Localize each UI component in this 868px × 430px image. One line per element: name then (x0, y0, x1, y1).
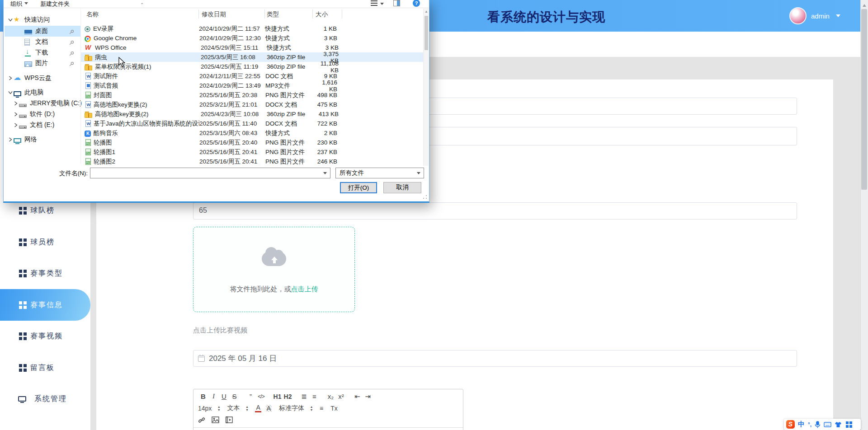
caret-down-icon[interactable] (836, 14, 840, 19)
subscript-button[interactable]: x₂ (326, 393, 336, 400)
file-list-scrollbar[interactable]: ▲ (423, 9, 429, 166)
chevron-right-icon[interactable] (13, 123, 19, 127)
sidebar-item-4[interactable]: 赛事视频 (0, 320, 90, 352)
tree-item-3[interactable]: 下载 (5, 47, 80, 58)
upload-dropzone[interactable]: 将文件拖到此处，或点击上传 (193, 227, 355, 312)
highlight-color-button[interactable]: A (266, 405, 272, 412)
font-family-select[interactable]: 标准字体 (279, 404, 312, 412)
tree-item-2[interactable]: 文档 (5, 37, 80, 47)
preview-pane-icon[interactable] (393, 0, 400, 6)
file-row-1[interactable]: Google Chrome2024/10/29/周二 12:30快捷方式3 KB (81, 33, 423, 43)
chevron-down-icon[interactable] (7, 18, 14, 22)
column-header-date[interactable]: 修改日期 (202, 10, 226, 19)
richtext-editor[interactable]: BIUS”</>H1H2≣≡x₂x²⇤⇥ 14px 文本 A A 标准字体 ≡ … (193, 389, 463, 430)
column-header-name[interactable]: 名称 (86, 10, 99, 19)
user-menu[interactable]: admin (811, 12, 830, 20)
blockquote-button[interactable]: ” (245, 393, 256, 400)
upload-link[interactable]: 点击上传 (291, 285, 318, 293)
caret-updown-icon (311, 405, 312, 411)
chevron-right-icon[interactable] (7, 76, 14, 80)
outdent-button[interactable]: ⇤ (352, 393, 363, 401)
resize-grip[interactable] (423, 195, 427, 199)
sidebar-item-3[interactable]: 赛事信息 (0, 289, 90, 321)
sidebar-item-2[interactable]: 赛事类型 (0, 257, 90, 289)
text-color-button[interactable]: A (255, 404, 261, 412)
file-row-10[interactable]: 基于Java的大凉山区物资捐助系统的设计...2025/5/16/周五 11:4… (81, 119, 423, 128)
sidebar-item-1[interactable]: 球员榜 (0, 226, 90, 258)
tree-item-7[interactable]: JERRY爱电脑 (C:) (5, 98, 80, 109)
keyboard-icon[interactable] (824, 422, 831, 427)
filetype-select[interactable]: 所有文件 (335, 168, 424, 178)
font-size-select[interactable]: 14px (198, 405, 220, 412)
file-row-9[interactable]: 高德地图key更换(2)2025/4/23/周三 10:08360zip ZIP… (81, 109, 423, 119)
tree-item-6[interactable]: 此电脑 (5, 87, 80, 98)
strike-button[interactable]: S (229, 393, 240, 400)
file-row-14[interactable]: 轮播图22025/5/16/周五 20:41PNG 图片文件246 KB (81, 157, 423, 166)
header-2-button[interactable]: H2 (283, 393, 293, 400)
code-button[interactable]: </> (256, 393, 266, 400)
toolbox-icon[interactable] (846, 421, 849, 424)
chevron-right-icon[interactable] (13, 101, 19, 106)
file-row-0[interactable]: EV录屏2024/10/29/周二 11:57快捷方式1 KB (81, 24, 423, 33)
scrollbar-up-arrow-icon[interactable]: ▲ (425, 9, 428, 14)
help-icon[interactable]: ? (413, 0, 420, 7)
cancel-button[interactable]: 取消 (383, 182, 421, 193)
view-mode-icon[interactable] (371, 0, 377, 6)
column-header-size[interactable]: 大小 (316, 10, 328, 19)
superscript-button[interactable]: x² (336, 393, 346, 400)
sidebar-item-5[interactable]: 留言板 (0, 352, 90, 383)
video-icon[interactable] (226, 416, 233, 423)
tree-item-10[interactable]: 网络 (5, 134, 80, 145)
scrollbar-up-arrow-icon[interactable] (863, 2, 866, 7)
filename-input[interactable] (90, 168, 330, 178)
punctuation-icon[interactable]: °, (808, 421, 811, 428)
score-input[interactable]: 65 (193, 202, 797, 220)
chevron-right-icon[interactable] (7, 137, 14, 142)
sidebar-item-6[interactable]: 系统管理 (0, 383, 90, 415)
sort-asc-icon[interactable]: ⌃ (140, 2, 144, 7)
file-row-13[interactable]: 轮播图12025/5/16/周五 20:41PNG 图片文件237 KB (81, 147, 423, 157)
tree-item-5[interactable]: WPS云盘 (5, 73, 80, 84)
page-scrollbar-thumb[interactable] (861, 9, 867, 190)
new-folder-button[interactable]: 新建文件夹 (40, 0, 70, 8)
microphone-icon[interactable] (815, 421, 821, 428)
file-row-6[interactable]: 测试音频2024/10/29/周二 13:49MP3文件1,616 KB (81, 81, 423, 90)
tree-item-4[interactable]: 图片 (5, 58, 80, 69)
file-row-2[interactable]: WPS Office2024/5/29/周三 15:11快捷方式3 KB (81, 43, 423, 52)
clear-format-button[interactable]: Tx (330, 405, 338, 412)
file-row-8[interactable]: 高德地图key更换(2)2025/3/21/周五 21:01DOCX 文档475… (81, 100, 423, 109)
file-row-4[interactable]: 菜单权限演示视频(1)2025/4/25/周五 11:19360zip ZIP … (81, 62, 423, 71)
sogou-logo-icon[interactable]: S (786, 420, 795, 429)
indent-button[interactable]: ⇥ (363, 393, 373, 401)
file-list-scrollbar-thumb[interactable] (425, 16, 428, 50)
tree-item-0[interactable]: 快速访问 (5, 14, 80, 25)
bullet-list-button[interactable]: ≡ (309, 393, 320, 400)
underline-button[interactable]: U (219, 393, 229, 400)
header-1-button[interactable]: H1 (272, 393, 283, 400)
organize-menu[interactable]: 组织 (10, 0, 28, 8)
open-button[interactable]: 打开(O) (340, 182, 377, 193)
italic-button[interactable]: I (208, 393, 219, 400)
align-button[interactable]: ≡ (320, 405, 323, 412)
image-icon[interactable] (212, 416, 219, 423)
skin-icon[interactable] (835, 421, 842, 428)
file-row-11[interactable]: 酷狗音乐2025/3/15/周六 08:43快捷方式2 KB (81, 128, 423, 138)
register-time-input[interactable]: 2025 年 05 月 16 日 (193, 350, 797, 367)
tree-item-9[interactable]: 文档 (E:) (5, 120, 80, 131)
chinese-mode-icon[interactable]: 中 (798, 420, 805, 429)
ordered-list-button[interactable]: ≣ (299, 393, 309, 401)
avatar[interactable] (789, 7, 807, 24)
file-row-12[interactable]: 轮播图2025/5/16/周五 20:40PNG 图片文件230 KB (81, 138, 423, 147)
chevron-right-icon[interactable] (13, 112, 19, 117)
column-header-type[interactable]: 类型 (267, 10, 279, 19)
file-row-3[interactable]: 病虫2025/3/5/周三 16:08360zip ZIP file3,375 … (81, 52, 423, 62)
file-row-7[interactable]: 封面图2025/5/16/周五 20:38PNG 图片文件498 KB (81, 90, 423, 100)
link-icon[interactable] (198, 416, 205, 424)
editor-content-area[interactable] (193, 427, 463, 430)
bold-button[interactable]: B (198, 393, 208, 400)
chevron-down-icon[interactable] (7, 91, 14, 94)
block-type-select[interactable]: 文本 (227, 404, 248, 412)
file-row-5[interactable]: 测试附件2024/12/11/周三 22:55DOC 文档9 KB (81, 71, 423, 81)
tree-item-8[interactable]: 软件 (D:) (5, 109, 80, 120)
tree-item-1[interactable]: 桌面 (5, 26, 80, 37)
